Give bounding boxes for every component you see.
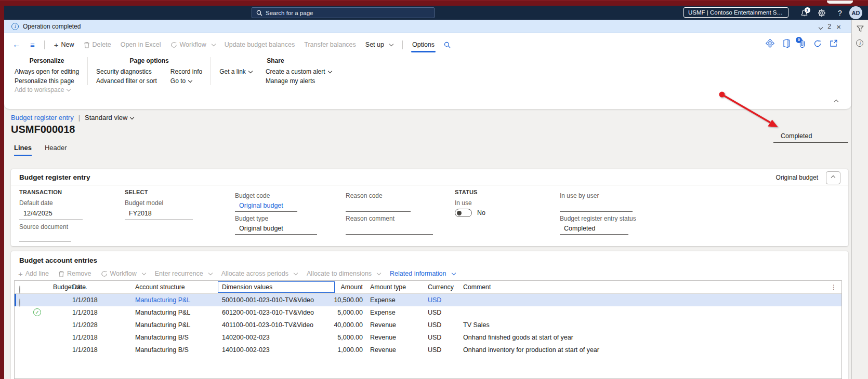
search-input[interactable]: [266, 10, 430, 16]
cell-amount-type[interactable]: Revenue: [370, 319, 396, 331]
column-header-dimension-values[interactable]: Dimension values: [222, 281, 272, 294]
update-budget-balances-button[interactable]: Update budget balances: [225, 41, 295, 48]
message-bar-expand-button[interactable]: [819, 22, 822, 31]
attachments-button[interactable]: 0: [798, 39, 806, 48]
table-row[interactable]: 1/1/2028 Manufacturing P&L 401100-001-02…: [15, 319, 841, 331]
table-row[interactable]: 1/1/2018 Manufacturing B/S 140200-002-02…: [15, 331, 841, 344]
personalization-button[interactable]: [766, 39, 774, 48]
advanced-filter-or-sort-button[interactable]: Advanced filter or sort: [96, 77, 157, 85]
cell-dimension-values[interactable]: 140100-002-023: [222, 344, 270, 356]
always-open-for-editing-button[interactable]: Always open for editing: [15, 68, 79, 75]
cell-comment[interactable]: Onhand inventory for production at start…: [463, 344, 599, 356]
set-up-menu[interactable]: Set up: [365, 41, 393, 48]
in-use-by-user-field[interactable]: [560, 211, 633, 212]
create-a-custom-alert-menu[interactable]: Create a custom alert: [266, 68, 332, 75]
collapse-action-pane-button[interactable]: [835, 96, 838, 105]
office-app-button[interactable]: [782, 39, 791, 48]
delete-button[interactable]: Delete: [84, 41, 111, 48]
cell-amount-type[interactable]: Expense: [370, 294, 396, 306]
transfer-balances-button[interactable]: Transfer balances: [304, 41, 356, 48]
allocate-across-periods-menu[interactable]: Allocate across periods: [221, 270, 297, 277]
collapse-menu-icon[interactable]: ≡: [30, 40, 35, 49]
budget-model-field[interactable]: FY2018: [129, 210, 152, 217]
allocate-to-dimensions-menu[interactable]: Allocate to dimensions: [307, 270, 380, 277]
cell-dimension-values[interactable]: 140200-002-023: [222, 331, 270, 344]
cell-comment[interactable]: TV Sales: [463, 319, 490, 331]
cell-amount-type[interactable]: Expense: [370, 306, 396, 319]
view-selector[interactable]: Standard view: [85, 114, 134, 121]
table-row[interactable]: 1/1/2018 Manufacturing B/S 140100-002-02…: [15, 344, 841, 356]
company-picker-button[interactable]: USMF | Contoso Entertainment Syste...: [683, 7, 788, 18]
column-header-amount[interactable]: Amount: [295, 281, 363, 294]
back-button[interactable]: ←: [12, 40, 21, 49]
manage-my-alerts-button[interactable]: Manage my alerts: [266, 77, 332, 85]
cell-amount[interactable]: 5,000.00: [295, 306, 363, 319]
remove-button[interactable]: Remove: [58, 270, 91, 277]
cell-date[interactable]: 1/1/2018: [72, 294, 98, 306]
cell-comment[interactable]: Onhand finished goods at start of year: [463, 331, 573, 344]
column-header-date[interactable]: Date: [72, 281, 86, 294]
column-header-comment[interactable]: Comment: [463, 281, 491, 294]
account-avatar[interactable]: AD: [849, 6, 862, 19]
in-use-toggle[interactable]: No: [455, 209, 485, 217]
source-document-field[interactable]: [19, 241, 71, 241]
cell-date[interactable]: 1/1/2018: [72, 306, 98, 319]
refresh-button[interactable]: [813, 39, 822, 48]
add-line-button[interactable]: +Add line: [18, 269, 49, 278]
toolbar-search-button[interactable]: [444, 42, 451, 48]
add-to-workspace-menu[interactable]: Add to workspace: [15, 86, 79, 93]
budget-type-field[interactable]: Original budget: [239, 225, 283, 232]
tab-header[interactable]: Header: [45, 144, 67, 156]
table-row[interactable]: ✓ 1/1/2018 Manufacturing P&L 601200-001-…: [15, 306, 841, 319]
cell-currency[interactable]: USD: [428, 319, 441, 331]
settings-button[interactable]: [816, 8, 827, 18]
new-button[interactable]: +New: [54, 40, 74, 49]
cell-date[interactable]: 1/1/2018: [72, 344, 98, 356]
cell-account-structure[interactable]: Manufacturing B/S: [135, 344, 189, 356]
go-to-menu[interactable]: Go to: [170, 77, 202, 85]
cell-amount[interactable]: 40,000.00: [295, 319, 363, 331]
cell-account-structure[interactable]: Manufacturing P&L: [135, 306, 190, 319]
global-search[interactable]: [252, 7, 435, 18]
section-title[interactable]: Budget account entries: [19, 256, 97, 264]
entry-status-field[interactable]: Completed: [564, 225, 595, 232]
filter-pane-button[interactable]: [856, 24, 864, 33]
cell-currency[interactable]: USD: [428, 294, 441, 306]
workflow-menu[interactable]: Workflow: [170, 41, 215, 48]
reason-comment-field[interactable]: [346, 234, 433, 235]
get-a-link-menu[interactable]: Get a link: [219, 68, 252, 75]
column-header-amount-type[interactable]: Amount type: [370, 281, 406, 294]
cell-date[interactable]: 1/1/2028: [72, 319, 98, 331]
default-date-field[interactable]: 12/4/2025: [23, 210, 52, 217]
cell-currency[interactable]: USD: [428, 331, 441, 344]
grid-more-options-icon[interactable]: ⋮: [831, 281, 837, 294]
record-info-button[interactable]: Record info: [170, 68, 202, 75]
enter-recurrence-menu[interactable]: Enter recurrence: [155, 270, 212, 277]
related-information-menu[interactable]: Related information: [390, 270, 455, 277]
cell-currency[interactable]: USD: [428, 344, 441, 356]
budget-code-field[interactable]: Original budget: [239, 202, 283, 209]
breadcrumb-link[interactable]: Budget register entry: [11, 114, 74, 121]
cell-account-structure[interactable]: Manufacturing B/S: [135, 331, 189, 344]
sidebar-info-button[interactable]: i: [856, 39, 863, 47]
cell-amount[interactable]: 10,500.00: [295, 294, 363, 306]
column-header-currency[interactable]: Currency: [428, 281, 454, 294]
reason-code-field[interactable]: [346, 211, 411, 212]
cell-amount[interactable]: 1,000.00: [295, 344, 363, 356]
personalize-this-page-button[interactable]: Personalize this page: [15, 77, 79, 85]
open-in-new-window-button[interactable]: [830, 39, 838, 47]
column-header-account-structure[interactable]: Account structure: [135, 281, 185, 294]
cell-account-structure[interactable]: Manufacturing P&L: [135, 319, 190, 331]
notifications-button[interactable]: 1: [798, 8, 810, 18]
cell-amount-type[interactable]: Revenue: [370, 331, 396, 344]
close-icon[interactable]: ×: [836, 23, 841, 31]
open-in-excel-button[interactable]: Open in Excel: [121, 41, 161, 48]
tab-lines[interactable]: Lines: [14, 144, 32, 156]
options-tab[interactable]: Options: [412, 41, 435, 48]
security-diagnostics-button[interactable]: Security diagnostics: [96, 68, 157, 75]
cell-amount-type[interactable]: Revenue: [370, 344, 396, 356]
cell-date[interactable]: 1/1/2018: [72, 331, 98, 344]
cell-account-structure[interactable]: Manufacturing P&L: [135, 294, 190, 306]
help-button[interactable]: ?: [834, 8, 846, 18]
cell-amount[interactable]: 5,000.00: [295, 331, 363, 344]
